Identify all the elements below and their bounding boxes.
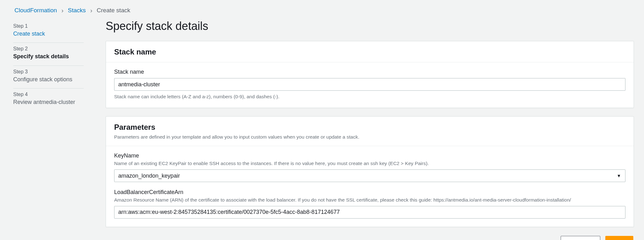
lb-cert-arn-field: LoadBalancerCertificateArn Amazon Resour…	[114, 189, 625, 219]
stack-name-field: Stack name Stack name can include letter…	[114, 69, 625, 100]
wizard-step-label: Review antmedia-cluster	[13, 99, 84, 106]
breadcrumb: CloudFormation › Stacks › Create stack	[13, 7, 634, 14]
wizard-step-label: Specify stack details	[13, 53, 84, 60]
wizard-step-number: Step 3	[13, 69, 84, 75]
field-label: LoadBalancerCertificateArn	[114, 189, 625, 196]
field-constraint: Stack name can include letters (A-Z and …	[114, 93, 625, 100]
wizard-footer: Cancel Previous Next	[106, 235, 634, 240]
previous-button[interactable]: Previous	[561, 236, 600, 240]
wizard-step-label: Create stack	[13, 30, 84, 37]
panel-description: Parameters are defined in your template …	[114, 134, 625, 140]
field-label: KeyName	[114, 152, 625, 159]
keyname-field: KeyName Name of an existing EC2 KeyPair …	[114, 152, 625, 182]
chevron-right-icon: ›	[61, 7, 64, 14]
chevron-right-icon: ›	[90, 7, 92, 14]
panel-header: Parameters Parameters are defined in you…	[106, 117, 634, 146]
wizard-step-2: Step 2 Specify stack details	[13, 43, 84, 66]
next-button[interactable]: Next	[605, 236, 633, 240]
panel-title: Parameters	[114, 123, 625, 132]
wizard-steps: Step 1 Create stack Step 2 Specify stack…	[13, 20, 84, 240]
field-help: Name of an existing EC2 KeyPair to enabl…	[114, 160, 625, 167]
wizard-step-number: Step 2	[13, 46, 84, 52]
field-label: Stack name	[114, 69, 625, 75]
wizard-step-1[interactable]: Step 1 Create stack	[13, 20, 84, 43]
wizard-step-number: Step 4	[13, 92, 84, 97]
breadcrumb-current: Create stack	[97, 7, 130, 14]
wizard-step-3: Step 3 Configure stack options	[13, 66, 84, 89]
stack-name-panel: Stack name Stack name Stack name can inc…	[106, 41, 634, 108]
lb-cert-arn-input[interactable]	[114, 206, 625, 219]
wizard-step-number: Step 1	[13, 23, 84, 29]
parameters-panel: Parameters Parameters are defined in you…	[106, 116, 634, 227]
wizard-step-label: Configure stack options	[13, 76, 84, 83]
breadcrumb-stacks[interactable]: Stacks	[68, 7, 86, 14]
wizard-step-4: Step 4 Review antmedia-cluster	[13, 89, 84, 111]
cancel-button[interactable]: Cancel	[522, 236, 556, 240]
main-content: Specify stack details Stack name Stack n…	[106, 20, 634, 240]
stack-name-input[interactable]	[114, 78, 625, 91]
field-help: Amazon Resource Name (ARN) of the certif…	[114, 197, 625, 203]
page-title: Specify stack details	[106, 20, 634, 33]
breadcrumb-cloudformation[interactable]: CloudFormation	[14, 7, 57, 14]
keyname-select[interactable]	[114, 169, 625, 182]
panel-title: Stack name	[114, 48, 625, 56]
panel-header: Stack name	[106, 41, 634, 62]
